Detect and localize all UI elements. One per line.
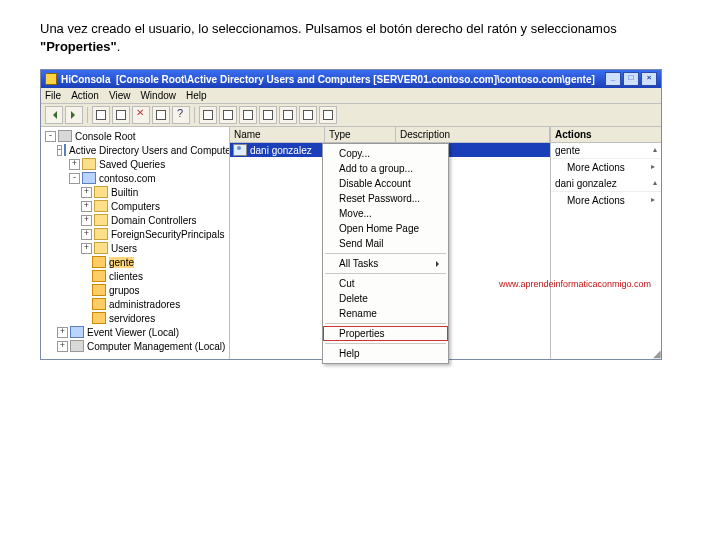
tree-node[interactable]: +Builtin [41,185,229,199]
menu-item-delete[interactable]: Delete [323,291,448,306]
tree-label[interactable]: Users [111,243,137,254]
tool-button[interactable] [219,106,237,124]
expand-toggle[interactable] [81,286,90,295]
expand-toggle[interactable]: + [81,229,92,240]
tree-label[interactable]: Computer Management (Local) [87,341,225,352]
menu-separator [325,323,446,324]
tree-label[interactable]: Computers [111,201,160,212]
menu-view[interactable]: View [109,90,131,101]
tool-button[interactable] [279,106,297,124]
tree-node[interactable]: +Domain Controllers [41,213,229,227]
tool-button[interactable] [319,106,337,124]
expand-toggle[interactable] [81,258,90,267]
tree-node[interactable]: servidores [41,311,229,325]
toolbar[interactable] [41,104,661,127]
window-title: HiConsola [Console Root\Active Directory… [61,74,601,85]
tree-label[interactable]: clientes [109,271,143,282]
expand-toggle[interactable]: + [57,327,68,338]
tree-label[interactable]: grupos [109,285,140,296]
expand-toggle[interactable] [81,272,90,281]
col-type[interactable]: Type [325,127,396,142]
titlebar[interactable]: HiConsola [Console Root\Active Directory… [41,70,661,88]
tree-node[interactable]: +ForeignSecurityPrincipals [41,227,229,241]
close-button[interactable]: × [641,72,657,86]
menu-action[interactable]: Action [71,90,99,101]
tree-node[interactable]: administradores [41,297,229,311]
col-name[interactable]: Name [230,127,325,142]
help-button[interactable] [172,106,190,124]
tree-label[interactable]: gente [109,257,134,268]
tree-node[interactable]: +Saved Queries [41,157,229,171]
menu-item-all-tasks[interactable]: All Tasks [323,256,448,271]
list-pane[interactable]: Name Type Description dani gonzalez User… [230,127,550,359]
tree-node[interactable]: gente [41,255,229,269]
more-actions-link[interactable]: More Actions▸ [551,159,661,176]
tree-label[interactable]: ForeignSecurityPrincipals [111,229,224,240]
menu-item-open-home-page[interactable]: Open Home Page [323,221,448,236]
tree-pane[interactable]: -Console Root-Active Directory Users and… [41,127,230,359]
tree-node[interactable]: -contoso.com [41,171,229,185]
menu-item-add-to-a-group[interactable]: Add to a group... [323,161,448,176]
tool-button[interactable] [299,106,317,124]
menu-item-send-mail[interactable]: Send Mail [323,236,448,251]
tree-label[interactable]: Event Viewer (Local) [87,327,179,338]
expand-toggle[interactable]: - [45,131,56,142]
menu-item-help[interactable]: Help [323,346,448,361]
minimize-button[interactable]: _ [605,72,621,86]
menu-item-move[interactable]: Move... [323,206,448,221]
menu-item-properties[interactable]: Properties [323,326,448,341]
menubar[interactable]: FileActionViewWindowHelp [41,88,661,104]
more-actions-link[interactable]: More Actions▸ [551,192,661,209]
tree-node[interactable]: grupos [41,283,229,297]
tool-button[interactable] [199,106,217,124]
folder-icon [64,144,66,156]
expand-toggle[interactable]: + [81,187,92,198]
expand-toggle[interactable] [81,314,90,323]
show-hide-button[interactable] [112,106,130,124]
tree-node[interactable]: clientes [41,269,229,283]
tree-node[interactable]: -Console Root [41,129,229,143]
tree-label[interactable]: servidores [109,313,155,324]
tree-label[interactable]: Builtin [111,187,138,198]
menu-item-cut[interactable]: Cut [323,276,448,291]
menu-window[interactable]: Window [140,90,176,101]
maximize-button[interactable]: □ [623,72,639,86]
menu-help[interactable]: Help [186,90,207,101]
expand-toggle[interactable]: - [69,173,80,184]
tree-label[interactable]: Active Directory Users and Computers [SE… [69,145,230,156]
tree-node[interactable]: +Users [41,241,229,255]
tool-button[interactable] [239,106,257,124]
expand-toggle[interactable]: + [81,243,92,254]
tree-node[interactable]: +Event Viewer (Local) [41,325,229,339]
expand-toggle[interactable]: + [69,159,80,170]
tree-label[interactable]: Console Root [75,131,136,142]
tool-button[interactable] [259,106,277,124]
resize-grip[interactable]: ◢ [653,348,661,359]
expand-toggle[interactable]: + [81,215,92,226]
expand-toggle[interactable]: - [57,145,62,156]
forward-button[interactable] [65,106,83,124]
menu-item-disable-account[interactable]: Disable Account [323,176,448,191]
tree-node[interactable]: -Active Directory Users and Computers [S… [41,143,229,157]
expand-toggle[interactable]: + [81,201,92,212]
col-desc[interactable]: Description [396,127,550,142]
tree-node[interactable]: +Computer Management (Local) [41,339,229,353]
context-menu[interactable]: Copy...Add to a group...Disable AccountR… [322,143,449,364]
tree-label[interactable]: Saved Queries [99,159,165,170]
tree-node[interactable]: +Computers [41,199,229,213]
expand-toggle[interactable]: + [57,341,68,352]
menu-item-copy[interactable]: Copy... [323,146,448,161]
menu-item-reset-password[interactable]: Reset Password... [323,191,448,206]
tree-label[interactable]: contoso.com [99,173,156,184]
menu-file[interactable]: File [45,90,61,101]
properties-button[interactable] [152,106,170,124]
menu-separator [325,273,446,274]
tree-label[interactable]: Domain Controllers [111,215,197,226]
menu-item-rename[interactable]: Rename [323,306,448,321]
delete-button[interactable] [132,106,150,124]
back-button[interactable] [45,106,63,124]
list-header[interactable]: Name Type Description [230,127,550,143]
up-button[interactable] [92,106,110,124]
expand-toggle[interactable] [81,300,90,309]
tree-label[interactable]: administradores [109,299,180,310]
